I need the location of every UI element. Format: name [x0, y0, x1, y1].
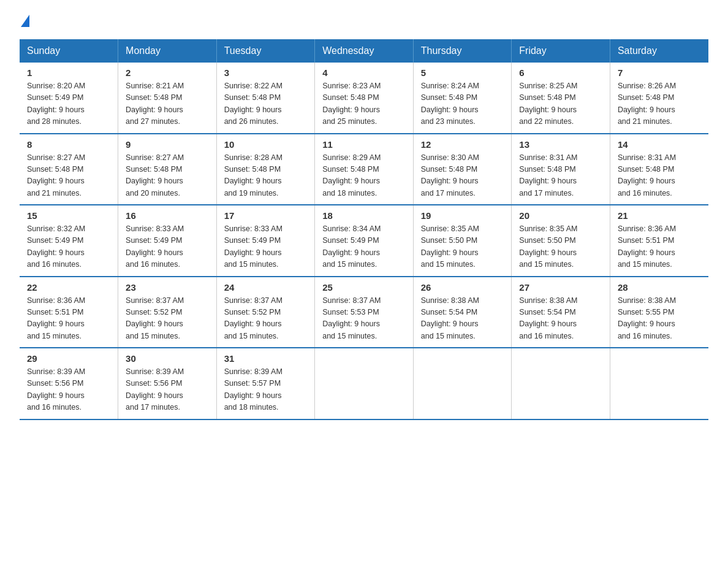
day-info: Sunrise: 8:21 AMSunset: 5:48 PMDaylight:…: [126, 82, 184, 126]
day-number: 6: [519, 67, 602, 78]
calendar-cell: 10 Sunrise: 8:28 AMSunset: 5:48 PMDaylig…: [216, 134, 315, 205]
day-number: 24: [224, 282, 308, 293]
day-number: 5: [421, 67, 504, 78]
day-number: 14: [618, 139, 701, 150]
calendar-header: SundayMondayTuesdayWednesdayThursdayFrid…: [20, 39, 708, 63]
day-number: 20: [519, 210, 602, 221]
calendar-cell: 31 Sunrise: 8:39 AMSunset: 5:57 PMDaylig…: [216, 348, 315, 419]
calendar-cell: 3 Sunrise: 8:22 AMSunset: 5:48 PMDayligh…: [216, 63, 315, 134]
day-info: Sunrise: 8:24 AMSunset: 5:48 PMDaylight:…: [421, 82, 479, 126]
header-day-monday: Monday: [118, 39, 217, 63]
calendar-cell: 27 Sunrise: 8:38 AMSunset: 5:54 PMDaylig…: [512, 277, 610, 348]
day-number: 26: [421, 282, 504, 293]
calendar-cell: 29 Sunrise: 8:39 AMSunset: 5:56 PMDaylig…: [20, 348, 118, 419]
header-day-saturday: Saturday: [610, 39, 708, 63]
day-info: Sunrise: 8:31 AMSunset: 5:48 PMDaylight:…: [618, 153, 676, 197]
day-info: Sunrise: 8:27 AMSunset: 5:48 PMDaylight:…: [27, 153, 85, 197]
calendar-cell: [413, 348, 512, 419]
day-info: Sunrise: 8:39 AMSunset: 5:56 PMDaylight:…: [27, 367, 85, 412]
day-info: Sunrise: 8:36 AMSunset: 5:51 PMDaylight:…: [618, 224, 676, 269]
day-number: 15: [27, 210, 110, 221]
day-info: Sunrise: 8:38 AMSunset: 5:55 PMDaylight:…: [618, 296, 676, 340]
day-info: Sunrise: 8:37 AMSunset: 5:52 PMDaylight:…: [224, 296, 282, 340]
week-row-4: 22 Sunrise: 8:36 AMSunset: 5:51 PMDaylig…: [20, 277, 708, 348]
calendar-cell: 12 Sunrise: 8:30 AMSunset: 5:48 PMDaylig…: [413, 134, 512, 205]
logo-triangle-icon: [21, 15, 29, 27]
day-number: 27: [519, 282, 602, 293]
calendar-cell: 22 Sunrise: 8:36 AMSunset: 5:51 PMDaylig…: [20, 277, 118, 348]
day-info: Sunrise: 8:20 AMSunset: 5:49 PMDaylight:…: [27, 82, 85, 126]
week-row-1: 1 Sunrise: 8:20 AMSunset: 5:49 PMDayligh…: [20, 63, 708, 134]
calendar-cell: 18 Sunrise: 8:34 AMSunset: 5:49 PMDaylig…: [315, 205, 414, 277]
day-info: Sunrise: 8:38 AMSunset: 5:54 PMDaylight:…: [421, 296, 479, 340]
day-number: 29: [27, 353, 110, 364]
calendar-body: 1 Sunrise: 8:20 AMSunset: 5:49 PMDayligh…: [20, 63, 708, 419]
calendar-cell: 16 Sunrise: 8:33 AMSunset: 5:49 PMDaylig…: [118, 205, 217, 277]
day-number: 19: [421, 210, 504, 221]
header-row: SundayMondayTuesdayWednesdayThursdayFrid…: [20, 39, 708, 63]
calendar-cell: 25 Sunrise: 8:37 AMSunset: 5:53 PMDaylig…: [315, 277, 414, 348]
header: [20, 15, 708, 27]
calendar-cell: 26 Sunrise: 8:38 AMSunset: 5:54 PMDaylig…: [413, 277, 512, 348]
day-info: Sunrise: 8:33 AMSunset: 5:49 PMDaylight:…: [224, 224, 282, 269]
day-info: Sunrise: 8:22 AMSunset: 5:48 PMDaylight:…: [224, 82, 282, 126]
day-number: 9: [126, 139, 209, 150]
day-info: Sunrise: 8:28 AMSunset: 5:48 PMDaylight:…: [224, 153, 282, 197]
day-number: 30: [126, 353, 209, 364]
day-info: Sunrise: 8:23 AMSunset: 5:48 PMDaylight:…: [322, 82, 381, 126]
day-info: Sunrise: 8:37 AMSunset: 5:53 PMDaylight:…: [322, 296, 381, 340]
calendar-cell: 17 Sunrise: 8:33 AMSunset: 5:49 PMDaylig…: [216, 205, 315, 277]
day-number: 22: [27, 282, 110, 293]
day-number: 8: [27, 139, 110, 150]
day-info: Sunrise: 8:35 AMSunset: 5:50 PMDaylight:…: [421, 224, 479, 269]
calendar-cell: 24 Sunrise: 8:37 AMSunset: 5:52 PMDaylig…: [216, 277, 315, 348]
day-number: 23: [126, 282, 209, 293]
calendar-cell: [610, 348, 708, 419]
calendar-cell: [315, 348, 414, 419]
day-info: Sunrise: 8:29 AMSunset: 5:48 PMDaylight:…: [322, 153, 381, 197]
calendar-cell: 20 Sunrise: 8:35 AMSunset: 5:50 PMDaylig…: [512, 205, 610, 277]
day-number: 11: [322, 139, 406, 150]
day-number: 28: [618, 282, 701, 293]
day-info: Sunrise: 8:25 AMSunset: 5:48 PMDaylight:…: [519, 82, 577, 126]
logo: [20, 15, 29, 27]
calendar-cell: 23 Sunrise: 8:37 AMSunset: 5:52 PMDaylig…: [118, 277, 217, 348]
day-number: 12: [421, 139, 504, 150]
calendar-cell: 15 Sunrise: 8:32 AMSunset: 5:49 PMDaylig…: [20, 205, 118, 277]
day-info: Sunrise: 8:35 AMSunset: 5:50 PMDaylight:…: [519, 224, 577, 269]
calendar-cell: 11 Sunrise: 8:29 AMSunset: 5:48 PMDaylig…: [315, 134, 414, 205]
calendar-cell: 5 Sunrise: 8:24 AMSunset: 5:48 PMDayligh…: [413, 63, 512, 134]
week-row-2: 8 Sunrise: 8:27 AMSunset: 5:48 PMDayligh…: [20, 134, 708, 205]
day-info: Sunrise: 8:36 AMSunset: 5:51 PMDaylight:…: [27, 296, 85, 340]
day-number: 1: [27, 67, 110, 78]
calendar-cell: 28 Sunrise: 8:38 AMSunset: 5:55 PMDaylig…: [610, 277, 708, 348]
day-info: Sunrise: 8:38 AMSunset: 5:54 PMDaylight:…: [519, 296, 577, 340]
day-number: 7: [618, 67, 701, 78]
day-info: Sunrise: 8:33 AMSunset: 5:49 PMDaylight:…: [126, 224, 184, 269]
header-day-tuesday: Tuesday: [216, 39, 315, 63]
day-info: Sunrise: 8:30 AMSunset: 5:48 PMDaylight:…: [421, 153, 479, 197]
header-day-sunday: Sunday: [20, 39, 118, 63]
header-day-wednesday: Wednesday: [315, 39, 414, 63]
day-number: 2: [126, 67, 209, 78]
calendar-cell: 1 Sunrise: 8:20 AMSunset: 5:49 PMDayligh…: [20, 63, 118, 134]
day-number: 3: [224, 67, 308, 78]
day-info: Sunrise: 8:39 AMSunset: 5:57 PMDaylight:…: [224, 367, 282, 412]
calendar-cell: 19 Sunrise: 8:35 AMSunset: 5:50 PMDaylig…: [413, 205, 512, 277]
day-info: Sunrise: 8:31 AMSunset: 5:48 PMDaylight:…: [519, 153, 577, 197]
day-number: 10: [224, 139, 308, 150]
calendar-cell: 8 Sunrise: 8:27 AMSunset: 5:48 PMDayligh…: [20, 134, 118, 205]
day-info: Sunrise: 8:27 AMSunset: 5:48 PMDaylight:…: [126, 153, 184, 197]
calendar-cell: 2 Sunrise: 8:21 AMSunset: 5:48 PMDayligh…: [118, 63, 217, 134]
calendar-cell: 9 Sunrise: 8:27 AMSunset: 5:48 PMDayligh…: [118, 134, 217, 205]
calendar-cell: 21 Sunrise: 8:36 AMSunset: 5:51 PMDaylig…: [610, 205, 708, 277]
header-day-thursday: Thursday: [413, 39, 512, 63]
calendar-cell: 4 Sunrise: 8:23 AMSunset: 5:48 PMDayligh…: [315, 63, 414, 134]
day-info: Sunrise: 8:34 AMSunset: 5:49 PMDaylight:…: [322, 224, 381, 269]
day-info: Sunrise: 8:39 AMSunset: 5:56 PMDaylight:…: [126, 367, 184, 412]
calendar-cell: 13 Sunrise: 8:31 AMSunset: 5:48 PMDaylig…: [512, 134, 610, 205]
day-number: 4: [322, 67, 406, 78]
calendar-cell: 6 Sunrise: 8:25 AMSunset: 5:48 PMDayligh…: [512, 63, 610, 134]
header-day-friday: Friday: [512, 39, 610, 63]
day-number: 18: [322, 210, 406, 221]
